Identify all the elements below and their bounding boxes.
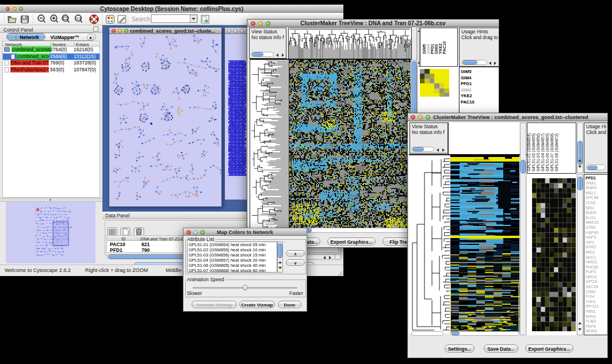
svg-text:1:1: 1:1 — [76, 17, 81, 20]
svg-text:Search:: Search: — [132, 16, 151, 22]
